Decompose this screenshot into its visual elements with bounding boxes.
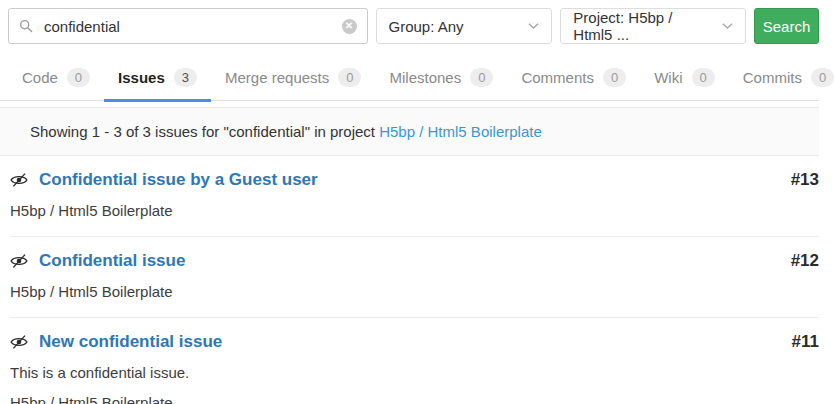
group-filter-label: Group: Any [389, 18, 464, 35]
tab-label: Comments [521, 69, 594, 86]
issue-project-name: H5bp / Html5 Boilerplate [10, 201, 819, 220]
tab-label: Code [22, 69, 58, 86]
search-input[interactable] [42, 17, 342, 36]
tab-milestones[interactable]: Milestones 0 [375, 56, 507, 100]
tab-label: Merge requests [225, 69, 329, 86]
confidential-eye-slash-icon [10, 171, 28, 189]
results-summary-text: Showing 1 - 3 of 3 issues for "confident… [30, 123, 375, 140]
tab-count-badge: 0 [470, 68, 493, 87]
tab-count-badge: 0 [67, 68, 90, 87]
tab-count-badge: 0 [603, 68, 626, 87]
issue-description: This is a confidential issue. [10, 363, 819, 382]
project-filter-label: Project: H5bp / Html5 ... [573, 9, 714, 43]
issue-result-row: Confidential issue by a Guest user #13 H… [10, 156, 819, 237]
issue-project-name: H5bp / Html5 Boilerplate [10, 282, 819, 301]
project-filter-dropdown[interactable]: Project: H5bp / Html5 ... [560, 8, 746, 44]
search-button[interactable]: Search [754, 8, 819, 44]
tab-merge-requests[interactable]: Merge requests 0 [211, 56, 375, 100]
issue-title-link[interactable]: New confidential issue [39, 331, 222, 352]
confidential-eye-slash-icon [10, 333, 28, 351]
issue-title-link[interactable]: Confidential issue by a Guest user [39, 169, 318, 190]
tab-commits[interactable]: Commits 0 [729, 56, 835, 100]
issue-number: #11 [792, 331, 819, 352]
issue-result-row: Confidential issue #12 H5bp / Html5 Boil… [10, 237, 819, 318]
results-summary-bar: Showing 1 - 3 of 3 issues for "confident… [0, 107, 819, 156]
tab-count-badge: 0 [338, 68, 361, 87]
group-filter-dropdown[interactable]: Group: Any [376, 8, 553, 44]
search-results-page: ✕ Group: Any Project: H5bp / Html5 ... S… [0, 0, 819, 404]
clear-search-icon[interactable]: ✕ [342, 19, 357, 34]
results-list: Confidential issue by a Guest user #13 H… [0, 156, 819, 404]
chevron-down-icon [722, 22, 733, 30]
tab-issues[interactable]: Issues 3 [104, 56, 211, 100]
issue-project-name: H5bp / Html5 Boilerplate [10, 393, 819, 404]
issue-number: #12 [791, 250, 819, 271]
tab-count-badge: 3 [174, 68, 197, 87]
search-box[interactable]: ✕ [8, 8, 368, 44]
issue-title-link[interactable]: Confidential issue [39, 250, 185, 271]
chevron-down-icon [528, 22, 539, 30]
tab-code[interactable]: Code 0 [8, 56, 104, 100]
tab-wiki[interactable]: Wiki 0 [640, 56, 729, 100]
tab-label: Issues [118, 69, 165, 86]
issue-number: #13 [791, 169, 819, 190]
tab-label: Milestones [389, 69, 461, 86]
tab-label: Commits [743, 69, 802, 86]
project-link[interactable]: H5bp / Html5 Boilerplate [379, 123, 542, 140]
search-scope-tabs: Code 0 Issues 3 Merge requests 0 Milesto… [0, 56, 819, 101]
search-icon [19, 19, 33, 33]
tab-label: Wiki [654, 69, 682, 86]
issue-result-row: New confidential issue #11 This is a con… [10, 318, 819, 404]
tab-count-badge: 0 [692, 68, 715, 87]
tab-comments[interactable]: Comments 0 [507, 56, 640, 100]
confidential-eye-slash-icon [10, 252, 28, 270]
search-toolbar: ✕ Group: Any Project: H5bp / Html5 ... S… [0, 0, 819, 52]
tab-count-badge: 0 [811, 68, 834, 87]
